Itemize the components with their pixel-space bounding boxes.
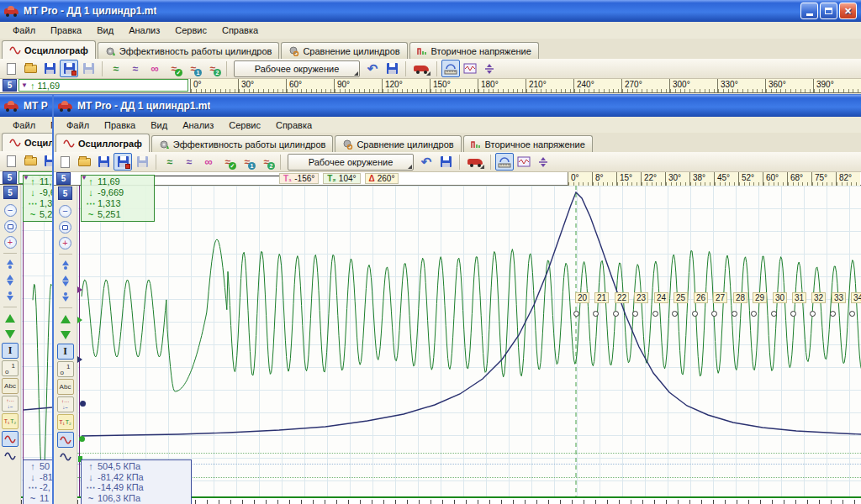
channel-marker-icon[interactable] bbox=[77, 356, 82, 363]
title-bar[interactable]: МТ Pro - ДД 1 цилиндр1.mt bbox=[54, 95, 861, 117]
undo-button[interactable]: ↶ bbox=[363, 60, 382, 77]
channel-badge[interactable]: 5 bbox=[3, 79, 17, 92]
save-screenshot-button[interactable] bbox=[436, 153, 455, 171]
logic-tool-button[interactable]: 1o bbox=[57, 361, 74, 377]
marker-delta-chip[interactable]: Δ260° bbox=[365, 173, 399, 184]
time-markers-button[interactable]: Т₁Т₂ bbox=[57, 414, 74, 430]
waveform-multi-button[interactable]: ≈ bbox=[126, 60, 145, 77]
scale-down-button[interactable] bbox=[2, 327, 18, 341]
tab-cylinder-comparison[interactable]: Сравнение цилиндров bbox=[281, 42, 407, 59]
menu-item-service[interactable]: Сервис bbox=[221, 118, 268, 132]
scale-up-button[interactable] bbox=[2, 311, 18, 325]
save-copy-button[interactable] bbox=[79, 60, 98, 77]
save-fragment-button[interactable] bbox=[60, 60, 78, 77]
channel-marker-icon[interactable] bbox=[80, 401, 86, 407]
save-copy-button[interactable] bbox=[133, 153, 151, 171]
tab-cylinder-efficiency[interactable]: Эффективность работы цилиндров bbox=[98, 42, 280, 59]
channel-marker-icon[interactable] bbox=[79, 436, 85, 442]
degree-ruler-button[interactable] bbox=[441, 60, 460, 77]
open-file-button[interactable] bbox=[21, 152, 40, 170]
cursor-tool-button[interactable]: I bbox=[2, 343, 18, 359]
waveform-two-button[interactable]: ≈2 bbox=[203, 60, 222, 77]
screen-wave-button[interactable] bbox=[515, 153, 533, 171]
text-tool-button[interactable]: Abc bbox=[57, 379, 74, 395]
waveform-accept-button[interactable]: ≈✓ bbox=[165, 60, 183, 77]
menu-item-view[interactable]: Вид bbox=[89, 24, 121, 37]
pan-up-button[interactable] bbox=[57, 258, 74, 272]
tab-oscillograph[interactable]: Осциллограф bbox=[2, 133, 52, 151]
waveform-green-button[interactable]: ≈ bbox=[107, 60, 125, 77]
channel-badge[interactable]: 5 bbox=[56, 172, 71, 185]
overlay-wave-button[interactable] bbox=[2, 449, 18, 463]
save-button[interactable] bbox=[94, 153, 113, 171]
menu-item-file[interactable]: Файл bbox=[5, 118, 43, 132]
logic-tool-button[interactable]: 1o bbox=[2, 360, 18, 376]
menu-item-analysis[interactable]: Анализ bbox=[121, 24, 167, 37]
pan-center-button[interactable] bbox=[57, 274, 74, 288]
channel-badge[interactable]: 5 bbox=[58, 186, 72, 200]
scale-up-button[interactable] bbox=[57, 312, 74, 326]
menu-item-view[interactable]: Вид bbox=[143, 118, 175, 132]
tab-cylinder-comparison[interactable]: Сравнение цилиндров bbox=[335, 135, 461, 152]
channel-badge[interactable]: 5 bbox=[3, 186, 18, 199]
menu-item-analysis[interactable]: Анализ bbox=[175, 118, 221, 132]
time-markers-button[interactable]: Т₁Т₂ bbox=[2, 413, 18, 429]
pan-center-button[interactable] bbox=[2, 273, 18, 287]
split-screen-button[interactable] bbox=[480, 60, 499, 77]
pan-up-button[interactable] bbox=[2, 257, 18, 271]
menu-item-help[interactable]: Справка bbox=[268, 118, 320, 132]
analog-wave-button[interactable] bbox=[57, 432, 74, 448]
save-button[interactable] bbox=[40, 152, 52, 170]
pan-down-button[interactable] bbox=[2, 289, 18, 303]
workspace-dropdown[interactable]: Рабочее окружение bbox=[288, 154, 414, 171]
screen-wave-button[interactable] bbox=[461, 60, 479, 77]
analog-wave-button[interactable] bbox=[2, 431, 18, 447]
new-file-button[interactable] bbox=[55, 153, 74, 171]
zoom-fit-button[interactable] bbox=[2, 219, 18, 234]
open-file-button[interactable] bbox=[75, 153, 93, 171]
title-bar[interactable]: МТ Pro - ДД 1 цилиндр1.mt bbox=[0, 95, 52, 117]
text-tool-button[interactable]: Abc bbox=[2, 378, 18, 394]
save-screenshot-button[interactable] bbox=[383, 60, 401, 77]
open-file-button[interactable] bbox=[21, 60, 40, 77]
levels-tool-button[interactable]: ↑⋯↓~ bbox=[57, 396, 74, 412]
zoom-fit-button[interactable] bbox=[57, 220, 74, 234]
zoom-in-button[interactable]: + bbox=[2, 235, 18, 249]
workspace-dropdown[interactable]: Рабочее окружение bbox=[234, 60, 360, 77]
vehicle-button[interactable] bbox=[410, 60, 432, 77]
pan-down-button[interactable] bbox=[57, 290, 74, 304]
menu-item-service[interactable]: Сервис bbox=[167, 24, 214, 37]
scale-down-button[interactable] bbox=[57, 328, 74, 342]
tab-cylinder-efficiency[interactable]: Эффективность работы цилиндров bbox=[151, 135, 334, 152]
split-screen-button[interactable] bbox=[534, 153, 552, 171]
save-button[interactable] bbox=[40, 60, 59, 77]
zoom-out-button[interactable]: − bbox=[2, 203, 18, 218]
title-bar[interactable]: МТ Pro - ДД 1 цилиндр1.mt ✕ bbox=[0, 0, 861, 22]
channel-marker-icon[interactable] bbox=[77, 317, 82, 323]
waveform-two-button[interactable]: ≈2 bbox=[257, 153, 276, 171]
menu-item-edit[interactable]: Правка bbox=[43, 24, 89, 37]
tab-oscillograph[interactable]: Осциллограф bbox=[2, 40, 96, 59]
marker-t1-chip[interactable]: Т₁-156° bbox=[279, 173, 319, 184]
plot-area[interactable]: 20 21 22 23 24 25 26 27 28 29 30 31 32 3… bbox=[77, 186, 861, 504]
waveform-green-button[interactable]: ≈ bbox=[161, 153, 179, 171]
menu-item-file[interactable]: Файл bbox=[59, 118, 97, 132]
degree-ruler[interactable]: 0° 8° 15° 22° 30° 38° 45° 52° 60° 68° 75… bbox=[568, 172, 860, 186]
menu-item-file[interactable]: Файл bbox=[5, 24, 43, 37]
waveform-loop-button[interactable]: ∞ bbox=[145, 60, 164, 77]
waveform-accept-button[interactable]: ≈✓ bbox=[219, 153, 237, 171]
plot-area[interactable] bbox=[21, 185, 52, 504]
waveform-one-button[interactable]: ≈1 bbox=[184, 60, 203, 77]
minimize-button[interactable] bbox=[800, 3, 818, 19]
degree-ruler-button[interactable] bbox=[495, 153, 514, 171]
degree-ruler[interactable]: 0° 30° 60° 90° 120° 150° 180° 210° 240° … bbox=[190, 79, 861, 92]
tab-oscillograph[interactable]: Осциллограф bbox=[55, 134, 150, 152]
new-file-button[interactable] bbox=[2, 60, 20, 77]
maximize-button[interactable] bbox=[820, 3, 837, 19]
waveform-multi-button[interactable]: ≈ bbox=[180, 153, 198, 171]
overlay-wave-button[interactable] bbox=[57, 449, 74, 464]
new-file-button[interactable] bbox=[2, 152, 20, 170]
tab-secondary-voltage[interactable]: Вторичное напряжение bbox=[463, 135, 593, 152]
menu-item-edit[interactable]: Правка bbox=[97, 118, 143, 132]
levels-tool-button[interactable]: ↑⋯↓~ bbox=[2, 396, 18, 412]
